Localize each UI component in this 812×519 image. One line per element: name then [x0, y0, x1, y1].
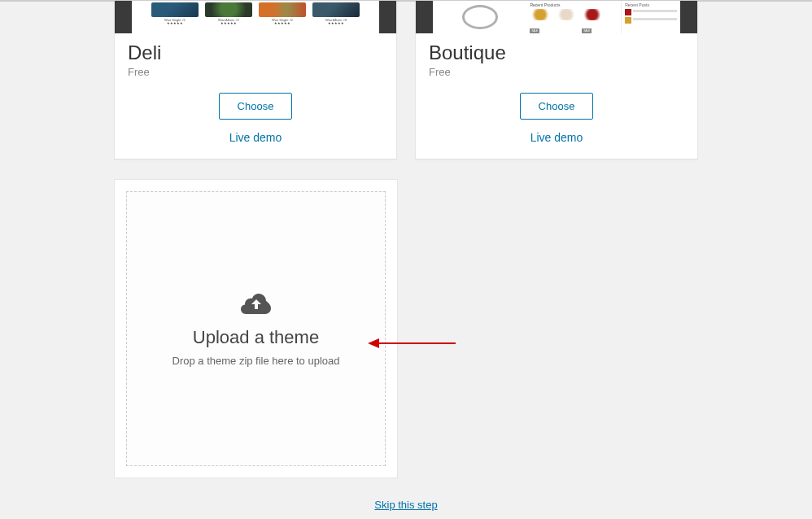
skip-step-link[interactable]: Skip this step: [374, 499, 437, 511]
watch-image: [462, 5, 498, 29]
theme-price: Free: [128, 66, 383, 78]
upload-dropzone[interactable]: Upload a theme Drop a theme zip file her…: [126, 191, 386, 466]
choose-button-boutique[interactable]: Choose: [520, 93, 594, 120]
sidebar-title: Recent Posts: [625, 2, 677, 7]
theme-preview-boutique: Recent Products SALE SALE Recent Posts: [416, 1, 697, 33]
live-demo-link-deli[interactable]: Live demo: [128, 131, 383, 144]
cloud-upload-icon: [240, 291, 273, 314]
live-demo-link-boutique[interactable]: Live demo: [429, 131, 684, 144]
section-title: Recent Products: [530, 2, 618, 7]
theme-name: Deli: [128, 41, 383, 64]
theme-card-deli: Woo Single #1 ★★★★★ Woo Album #2 ★★★★★ W…: [114, 0, 397, 159]
choose-button-deli[interactable]: Choose: [219, 93, 293, 120]
theme-preview-deli: Woo Single #1 ★★★★★ Woo Album #2 ★★★★★ W…: [115, 1, 396, 33]
upload-description: Drop a theme zip file here to upload: [172, 355, 340, 367]
upload-title: Upload a theme: [193, 327, 319, 348]
theme-name: Boutique: [429, 41, 684, 64]
upload-theme-card: Upload a theme Drop a theme zip file her…: [114, 179, 398, 478]
theme-card-boutique: Recent Products SALE SALE Recent Posts: [415, 0, 698, 159]
theme-price: Free: [429, 66, 684, 78]
